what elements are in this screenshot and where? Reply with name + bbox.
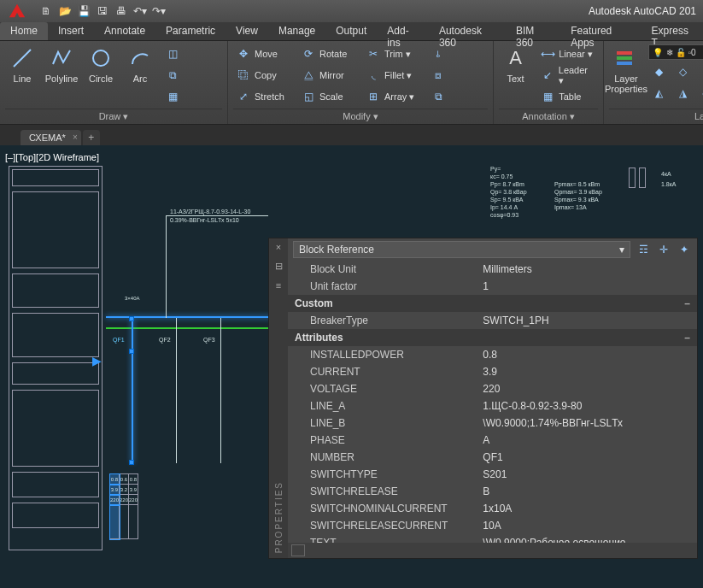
lay-i6[interactable]: ◮ xyxy=(672,84,693,103)
mod-extra3[interactable]: ⧉ xyxy=(428,87,488,106)
app-logo[interactable] xyxy=(0,0,34,22)
panel-draw-label[interactable]: Draw ▾ xyxy=(5,109,222,124)
close-icon[interactable]: × xyxy=(73,132,78,142)
panel-draw: Line Polyline Circle Arc ◫ ⧉ ▦ Draw ▾ xyxy=(0,41,228,124)
svg-rect-3 xyxy=(617,56,632,60)
draw-extra3[interactable]: ▦ xyxy=(162,87,222,106)
redo-icon[interactable]: ↷▾ xyxy=(152,4,166,18)
linear-button[interactable]: ⟷Linear ▾ xyxy=(537,44,598,63)
lay-i2[interactable]: ◇ xyxy=(672,62,693,81)
array-button[interactable]: ⊞Array ▾ xyxy=(363,87,423,106)
quick-select-icon[interactable]: ☶ xyxy=(636,242,651,257)
svg-rect-2 xyxy=(617,51,632,55)
svg-line-0 xyxy=(14,50,31,67)
palette-rail[interactable]: × ⊟ ≡ PROPERTIES xyxy=(269,238,288,558)
draw-extra1[interactable]: ◫ xyxy=(162,44,222,63)
lay-i1[interactable]: ◆ xyxy=(648,62,669,81)
trim-button[interactable]: ✂Trim ▾ xyxy=(363,44,423,63)
property-grid[interactable]: Block UnitMillimeters Unit factor1 Custo… xyxy=(288,261,697,543)
mod-extra1[interactable]: ⫰ xyxy=(428,44,488,63)
mirror-button[interactable]: ⧋Mirror xyxy=(298,66,358,85)
tab-bim360[interactable]: BIM 360 xyxy=(506,22,560,40)
tab-featured[interactable]: Featured Apps xyxy=(560,22,641,40)
tab-express[interactable]: Express T xyxy=(641,22,703,40)
line-button[interactable]: Line xyxy=(5,44,39,84)
tab-addins[interactable]: Add-ins xyxy=(377,22,429,40)
panel-modify: ✥Move ⿻Copy ⤢Stretch ⟳Rotate ⧋Mirror ◱Sc… xyxy=(228,41,494,124)
close-palette-icon[interactable]: × xyxy=(276,242,281,252)
table-button[interactable]: ▦Table xyxy=(537,87,598,106)
ribbon: Line Polyline Circle Arc ◫ ⧉ ▦ Draw ▾ ✥M… xyxy=(0,41,703,125)
menu-icon[interactable]: ≡ xyxy=(276,280,281,291)
doc-tab[interactable]: СХЕМА*× xyxy=(21,130,81,145)
open-icon[interactable]: 📂 xyxy=(58,4,72,18)
pin-icon[interactable]: ⊟ xyxy=(275,261,283,272)
tab-insert[interactable]: Insert xyxy=(48,22,94,40)
svg-rect-4 xyxy=(617,62,632,65)
palette-header: Block Reference▾ ☶ ✛ ✦ xyxy=(288,238,697,261)
text-button[interactable]: AText xyxy=(499,44,532,84)
data-table[interactable]: 0.80.60.8 3.93.23.9 220220220 xyxy=(109,473,138,539)
tab-home[interactable]: Home xyxy=(0,22,48,40)
tab-output[interactable]: Output xyxy=(325,22,377,40)
panel-annotation-label[interactable]: Annotation ▾ xyxy=(499,109,598,124)
tab-parametric[interactable]: Parametric xyxy=(155,22,226,40)
palette-title: PROPERTIES xyxy=(274,481,284,553)
draw-extra2[interactable]: ⧉ xyxy=(162,66,222,85)
copy-button[interactable]: ⿻Copy xyxy=(233,66,293,85)
ribbon-tabs: Home Insert Annotate Parametric View Man… xyxy=(0,22,703,41)
properties-palette: × ⊟ ≡ PROPERTIES Block Reference▾ ☶ ✛ ✦ … xyxy=(268,238,698,559)
leader-button[interactable]: ↙Leader ▾ xyxy=(537,66,598,85)
stretch-button[interactable]: ⤢Stretch xyxy=(233,87,293,106)
move-button[interactable]: ✥Move xyxy=(233,44,293,63)
collapse-icon[interactable]: – xyxy=(684,332,690,344)
circle-button[interactable]: Circle xyxy=(84,44,118,84)
document-tabs: СХЕМА*× + xyxy=(0,125,703,145)
viewport-label[interactable]: [–][Top][2D Wireframe] xyxy=(5,152,99,162)
selection-marker-icon: ▶ xyxy=(92,354,102,368)
save-icon[interactable]: 💾 xyxy=(77,4,91,18)
undo-icon[interactable]: ↶▾ xyxy=(133,4,147,18)
object-type-combo[interactable]: Block Reference▾ xyxy=(293,241,630,258)
svg-point-1 xyxy=(93,50,108,66)
polyline-button[interactable]: Polyline xyxy=(44,44,79,84)
arc-button[interactable]: Arc xyxy=(123,44,157,84)
panel-modify-label[interactable]: Modify ▾ xyxy=(233,109,488,124)
app-title: Autodesk AutoCAD 201 xyxy=(589,5,703,17)
layer-properties-button[interactable]: Layer Properties xyxy=(609,44,643,94)
new-icon[interactable]: 🗎 xyxy=(39,4,53,18)
panel-layers: Layer Properties 💡❄ 🔓 ▫ 0 ◆ ◇ ◈ ◬ ◭ ◮ ◉ … xyxy=(604,41,703,124)
lay-i7[interactable]: ◉ xyxy=(696,84,703,103)
layer-combo[interactable]: 💡❄ 🔓 ▫ 0 xyxy=(648,44,703,60)
palette-footer xyxy=(288,543,697,558)
lay-i3[interactable]: ◈ xyxy=(696,62,703,81)
tab-manage[interactable]: Manage xyxy=(268,22,325,40)
fillet-button[interactable]: ◟Fillet ▾ xyxy=(363,66,423,85)
bulb-icon: 💡 xyxy=(653,48,663,57)
lay-i5[interactable]: ◭ xyxy=(648,84,669,103)
tab-annotate[interactable]: Annotate xyxy=(94,22,155,40)
layer-props-label: Layer Properties xyxy=(605,74,647,94)
saveas-icon[interactable]: 🖫 xyxy=(96,4,109,18)
mod-extra2[interactable]: ⧈ xyxy=(428,66,488,85)
title-bar: 🗎 📂 💾 🖫 🖶 ↶▾ ↷▾ Autodesk AutoCAD 201 xyxy=(0,0,703,22)
scale-button[interactable]: ◱Scale xyxy=(298,87,358,106)
quick-access-toolbar: 🗎 📂 💾 🖫 🖶 ↶▾ ↷▾ xyxy=(34,4,171,18)
footer-btn[interactable] xyxy=(291,544,305,556)
rotate-button[interactable]: ⟳Rotate xyxy=(298,44,358,63)
tab-a360[interactable]: Autodesk 360 xyxy=(429,22,506,40)
new-tab-button[interactable]: + xyxy=(83,130,100,145)
print-icon[interactable]: 🖶 xyxy=(114,4,128,18)
tab-view[interactable]: View xyxy=(226,22,268,40)
toggle-pim-icon[interactable]: ✦ xyxy=(677,242,692,257)
panel-annotation: AText ⟷Linear ▾ ↙Leader ▾ ▦Table Annotat… xyxy=(494,41,604,124)
collapse-icon[interactable]: – xyxy=(684,297,690,309)
panel-layers-label[interactable]: Layers ▾ xyxy=(609,109,703,124)
select-objects-icon[interactable]: ✛ xyxy=(656,242,671,257)
